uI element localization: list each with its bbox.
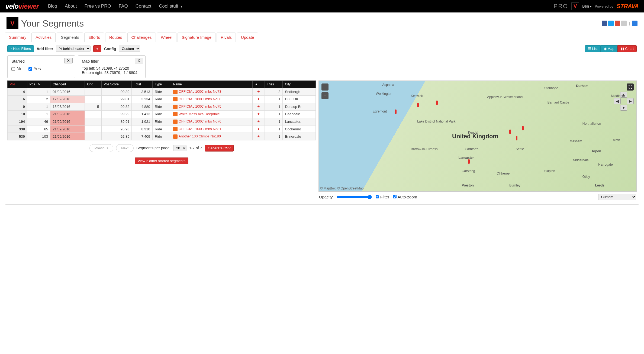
zoom-in-button[interactable]: + [321,83,329,91]
map-place-label: Nidderdale [573,158,589,162]
tab-update[interactable]: Update [237,33,258,42]
map-place-label: Preston [462,184,474,187]
autozoom-checkbox[interactable] [393,195,397,198]
tab-challenges[interactable]: Challenges [127,33,156,42]
digg-icon[interactable] [621,21,627,26]
config-select[interactable]: Custom [119,46,140,52]
map-place-label: Clitheroe [497,172,510,175]
col-header[interactable]: Type [153,81,171,88]
segments-table: Pos ↑Pos +/-ChangedOrigPos ScoreTotalTyp… [7,81,316,140]
pager: Previous Next Segments per page: 20 1-7 … [7,140,316,156]
map-canvas[interactable]: + − ⛶ ▲ ▶ ◀ ▼ United Kingdom © MapBox, ©… [318,81,637,192]
pan-down-button[interactable]: ▼ [620,105,627,111]
map-style-select[interactable]: Custom [598,194,636,200]
fullscreen-button[interactable]: ⛶ [627,83,634,91]
nav-link-faq[interactable]: FAQ [115,0,132,12]
table-row[interactable]: 4101/09/201699.893,513RideOFFICIAL 100Cl… [8,88,316,96]
starred-no-checkbox[interactable] [11,67,15,71]
nav-link-free-vs-pro[interactable]: Free vs PRO [80,0,115,12]
facebook-icon[interactable] [602,21,607,26]
opacity-slider[interactable] [337,195,372,199]
starred-yes-option[interactable]: Yes [28,66,41,72]
nav-link-about[interactable]: About [61,0,80,12]
tab-signature-image[interactable]: Signature Image [178,33,215,42]
view-chart-button[interactable]: ▮▮ Chart [617,45,637,52]
segment-link[interactable]: OFFICIAL 100Climbs No81 [179,127,221,131]
view-other-starred-button[interactable]: View 2 other starred segments [135,157,188,164]
map-place-label: Appleby-in-Westmorland [487,95,523,99]
strava-icon [173,134,178,139]
view-list-button[interactable]: ☰ List [585,45,601,52]
map-place-label: Thirsk [611,138,620,142]
map-place-label: Burnley [509,184,520,187]
filter-map-card: X Map filter Top left: 54.81099, -4.2752… [78,55,146,78]
col-header[interactable]: Total [132,81,153,88]
filter-starred-card: X Starred No Yes [7,55,75,78]
col-header[interactable]: City [283,81,315,88]
tab-segments[interactable]: Segments [57,33,83,42]
col-header[interactable]: Pos +/- [27,81,50,88]
tab-routes[interactable]: Routes [105,33,126,42]
generate-csv-button[interactable]: Generate CSV [205,145,234,152]
user-menu[interactable]: Ben▾ [582,4,591,8]
table-row[interactable]: 3386521/09/201695.938,310RideOFFICIAL 10… [8,125,316,133]
nav-link-contact[interactable]: Contact [132,0,155,12]
brand-logo[interactable]: veloviewer [5,2,39,11]
per-page-select[interactable]: 20 [173,145,186,151]
col-header[interactable]: Pos Score [101,81,132,88]
close-starred-filter-button[interactable]: X [64,58,73,63]
pan-right-button[interactable]: ▶ [627,98,634,104]
table-row[interactable]: 6217/09/201699.813,234RideOFFICIAL 100Cl… [8,95,316,103]
tab-wheel[interactable]: Wheel [157,33,177,42]
segment-link[interactable]: OFFICIAL 100Climbs No73 [179,89,221,94]
starred-no-option[interactable]: No [11,66,22,72]
tab-efforts[interactable]: Efforts [84,33,104,42]
next-button[interactable]: Next [116,144,134,152]
segment-link[interactable]: OFFICIAL 100Climbs No50 [179,97,221,101]
add-filter-select[interactable]: % behind leader [56,46,91,52]
col-header[interactable]: Tries [265,81,283,88]
config-label: Config [104,47,116,51]
per-page-label: Segments per page: [136,146,170,150]
tab-activities[interactable]: Activities [31,33,56,42]
add-filter-plus-button[interactable]: + [93,45,101,52]
segment-link[interactable]: White Moss aka Deepdale [179,112,220,116]
tab-rivals[interactable]: Rivals [217,33,236,42]
hide-filters-button[interactable]: ↑ Hide Filters [7,45,34,52]
table-row[interactable]: 1944621/09/201689.911,921RideOFFICIAL 10… [8,118,316,125]
tab-summary[interactable]: Summary [5,33,30,42]
share-icon[interactable] [632,21,637,26]
nav-link-blog[interactable]: Blog [44,0,61,12]
table-row[interactable]: 10121/09/201699.291,413RideWhite Moss ak… [8,110,316,118]
zoom-out-button[interactable]: − [321,92,329,99]
col-header[interactable]: Orig [85,81,101,88]
starred-yes-checkbox[interactable] [28,67,32,71]
close-map-filter-button[interactable]: X [135,58,143,63]
segment-link[interactable]: OFFICIAL 100Climbs No76 [179,119,221,123]
googleplus-icon[interactable] [615,21,620,26]
previous-button[interactable]: Previous [89,144,114,152]
autozoom-toggle[interactable]: Auto-zoom [393,195,417,199]
filter-checkbox[interactable] [376,195,379,198]
filter-toggle[interactable]: Filter [376,195,389,199]
table-row[interactable]: 9115/05/2016599.824,880RideOFFICIAL 100C… [8,103,316,111]
strava-icon [173,112,178,116]
col-header[interactable]: Name [171,81,252,88]
col-header[interactable]: Pos ↑ [8,81,27,88]
map-place-label: Keswick [411,94,423,98]
map-place-label: Middlesbr [611,94,625,98]
pan-left-button[interactable]: ◀ [614,98,621,104]
twitter-icon[interactable] [608,21,614,26]
add-filter-label: Add filter [37,47,53,51]
segment-link[interactable]: OFFICIAL 100Climbs No75 [179,104,221,108]
strava-logo[interactable]: STRAVA [617,3,639,10]
view-map-button[interactable]: ◉ Map [601,45,617,52]
page-tabs: SummaryActivitiesSegmentsEffortsRoutesCh… [0,33,644,42]
table-row[interactable]: 53010321/09/201692.857,409RideAnother 10… [8,133,316,140]
col-header[interactable]: Changed [50,81,85,88]
map-place-label: Stanhope [544,86,558,90]
col-header[interactable]: ★ [252,81,265,88]
nav-link-cool-stuff[interactable]: Cool stuff ▾ [155,0,186,12]
segment-link[interactable]: Another 100 Climbs No180 [179,134,221,138]
map-filter-topleft: Top left: 54.81099, -4.27520 [82,66,141,70]
